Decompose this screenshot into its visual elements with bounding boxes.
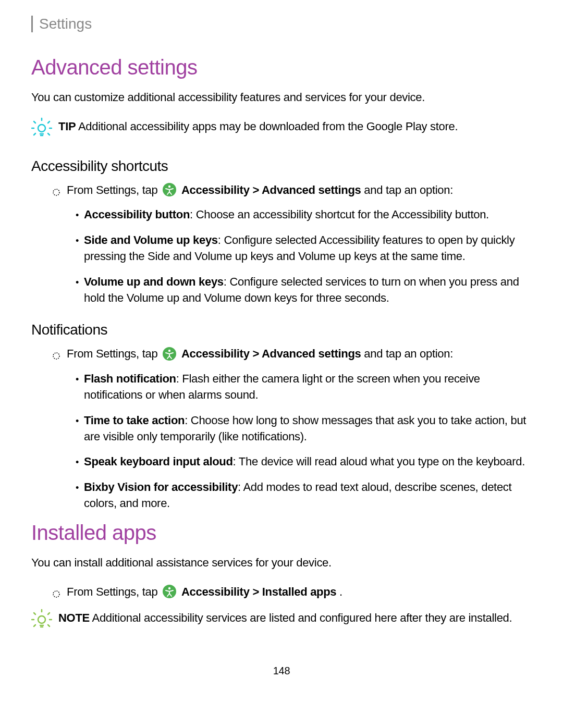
heading-advanced-settings: Advanced settings: [31, 56, 532, 79]
step-suffix: and tap an option:: [364, 347, 453, 360]
svg-line-21: [48, 613, 50, 614]
step-item: From Settings, tap Accessibility > Advan…: [52, 346, 532, 365]
tip-callout: TIP Additional accessibility apps may be…: [31, 119, 532, 142]
path-sep: >: [252, 347, 262, 360]
accessibility-icon: [163, 347, 176, 361]
svg-line-3: [34, 121, 35, 123]
heading-installed-apps: Installed apps: [31, 521, 532, 545]
list-item: • Accessibility button: Choose an access…: [76, 207, 532, 223]
intro-text: You can install additional assistance se…: [31, 555, 532, 571]
tip-label: TIP: [58, 120, 76, 133]
note-label: NOTE: [58, 611, 90, 624]
svg-point-18: [168, 587, 170, 589]
svg-line-7: [34, 133, 35, 135]
step-suffix: .: [339, 585, 342, 598]
step-item: From Settings, tap Accessibility > Insta…: [52, 584, 532, 603]
svg-line-2: [48, 121, 50, 123]
path-advanced: Advanced settings: [262, 347, 361, 360]
note-callout: NOTE Additional accessibility services a…: [31, 610, 532, 634]
step-prefix: From Settings, tap: [67, 183, 161, 196]
svg-line-26: [34, 625, 35, 626]
accessibility-icon: [163, 183, 176, 196]
bullet-icon: •: [76, 209, 79, 222]
svg-line-25: [48, 625, 50, 626]
bullet-icon: •: [76, 373, 79, 386]
step-prefix: From Settings, tap: [67, 347, 161, 360]
path-sep: >: [252, 183, 262, 196]
bullet-icon: •: [76, 482, 79, 495]
bullet-icon: •: [76, 235, 79, 248]
heading-accessibility-shortcuts: Accessibility shortcuts: [31, 158, 532, 175]
list-item: • Flash notification: Flash either the c…: [76, 371, 532, 403]
list-item: • Bixby Vision for accessibility: Add mo…: [76, 479, 532, 512]
svg-line-6: [48, 133, 50, 135]
svg-point-15: [168, 349, 170, 351]
intro-text: You can customize additional accessibili…: [31, 90, 532, 106]
svg-point-13: [53, 353, 59, 359]
list-item: • Time to take action: Choose how long t…: [76, 413, 532, 445]
path-installed: Installed apps: [262, 585, 337, 598]
path-advanced: Advanced settings: [262, 183, 361, 196]
page-number: 148: [31, 665, 532, 677]
step-marker-icon: [52, 349, 60, 365]
svg-point-10: [53, 189, 59, 195]
note-text: Additional accessibility services are li…: [92, 611, 512, 624]
breadcrumb: Settings: [31, 16, 532, 32]
svg-point-19: [38, 616, 45, 623]
lightbulb-icon: [31, 608, 52, 634]
path-sep: >: [252, 585, 262, 598]
accessibility-icon: [163, 585, 176, 598]
svg-point-12: [168, 186, 170, 188]
tip-text: Additional accessibility apps may be dow…: [78, 120, 458, 133]
list-item: • Volume up and down keys: Configure sel…: [76, 274, 532, 306]
step-marker-icon: [52, 185, 60, 201]
bullet-icon: •: [76, 415, 79, 428]
list-item: • Speak keyboard input aloud: The device…: [76, 454, 532, 470]
step-item: From Settings, tap Accessibility > Advan…: [52, 182, 532, 201]
svg-point-16: [53, 591, 59, 597]
path-accessibility: Accessibility: [181, 347, 250, 360]
path-accessibility: Accessibility: [181, 183, 250, 196]
svg-line-22: [34, 613, 35, 614]
heading-notifications: Notifications: [31, 322, 532, 338]
step-suffix: and tap an option:: [364, 183, 453, 196]
bullet-icon: •: [76, 456, 79, 469]
list-item: • Side and Volume up keys: Configure sel…: [76, 232, 532, 265]
lightbulb-icon: [31, 117, 52, 142]
path-accessibility: Accessibility: [181, 585, 250, 598]
bullet-icon: •: [76, 276, 79, 289]
step-marker-icon: [52, 587, 60, 603]
step-prefix: From Settings, tap: [67, 585, 161, 598]
svg-point-0: [38, 125, 45, 132]
